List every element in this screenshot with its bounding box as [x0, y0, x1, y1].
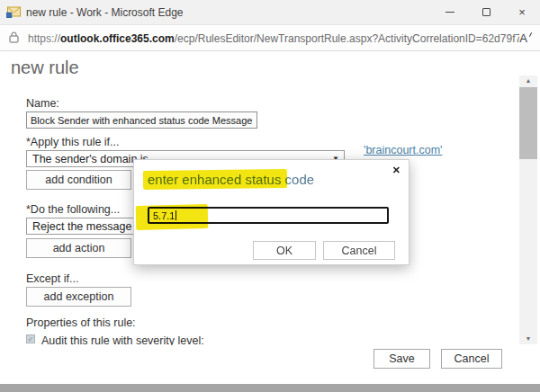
close-icon: ×	[518, 6, 526, 18]
browser-window: new rule - Work - Microsoft Edge × https…	[0, 0, 540, 392]
dialog-title: enter enhanced status code	[148, 172, 314, 187]
close-button[interactable]: ×	[504, 0, 540, 25]
page-title: new rule	[11, 58, 79, 78]
lock-icon	[9, 31, 19, 47]
maximize-button[interactable]	[468, 0, 504, 25]
save-button[interactable]: Save	[374, 349, 430, 369]
vertical-scrollbar[interactable]: ▲ ▼	[519, 76, 537, 344]
rule-name-input[interactable]	[26, 111, 257, 129]
except-if-label: Except if...	[26, 272, 78, 285]
bottom-strip	[0, 384, 540, 392]
mail-envelope-icon	[6, 6, 21, 18]
minimize-icon	[446, 12, 454, 13]
name-label: Name:	[26, 97, 59, 110]
window-title: new rule - Work - Microsoft Edge	[26, 6, 184, 19]
read-aloud-icon[interactable]: A	[519, 31, 531, 45]
status-code-input[interactable]: 5.7.1	[148, 207, 389, 224]
status-code-value: 5.7.1	[153, 210, 175, 221]
scroll-up-icon[interactable]: ▲	[519, 76, 537, 86]
maximize-icon	[482, 8, 490, 16]
titlebar: new rule - Work - Microsoft Edge ×	[0, 0, 540, 25]
add-action-button[interactable]: add action	[26, 238, 131, 258]
enhanced-status-code-dialog: ✕ enter enhanced status code 5.7.1 OK Ca…	[133, 159, 410, 265]
url-path: /ecp/RulesEditor/NewTransportRule.aspx?A…	[175, 32, 520, 45]
audit-label: Audit this rule with severity level:	[41, 334, 204, 345]
scroll-down-icon[interactable]: ▼	[519, 334, 537, 344]
dialog-close-icon[interactable]: ✕	[392, 164, 400, 176]
apply-rule-label: *Apply this rule if...	[26, 136, 120, 148]
cancel-button[interactable]: Cancel	[441, 349, 502, 369]
url-text[interactable]: https://outlook.office365.com/ecp/RulesE…	[28, 32, 519, 45]
properties-label: Properties of this rule:	[26, 316, 136, 329]
scrollbar-thumb[interactable]	[519, 87, 537, 159]
dialog-cancel-button[interactable]: Cancel	[323, 241, 395, 260]
audit-severity-row: ✓ Audit this rule with severity level:	[26, 334, 204, 345]
minimize-button[interactable]	[432, 0, 468, 25]
audit-checkbox[interactable]: ✓	[26, 334, 35, 343]
text-cursor	[176, 210, 176, 220]
url-scheme: https://	[28, 32, 60, 45]
url-domain: outlook.office365.com	[60, 32, 175, 45]
ok-button[interactable]: OK	[253, 241, 316, 260]
do-following-label: *Do the following...	[26, 203, 120, 216]
add-exception-button[interactable]: add exception	[26, 287, 131, 307]
sender-domain-link[interactable]: 'braincourt.com'	[364, 144, 442, 156]
address-bar[interactable]: https://outlook.office365.com/ecp/RulesE…	[0, 26, 540, 51]
add-condition-button[interactable]: add condition	[26, 170, 131, 190]
